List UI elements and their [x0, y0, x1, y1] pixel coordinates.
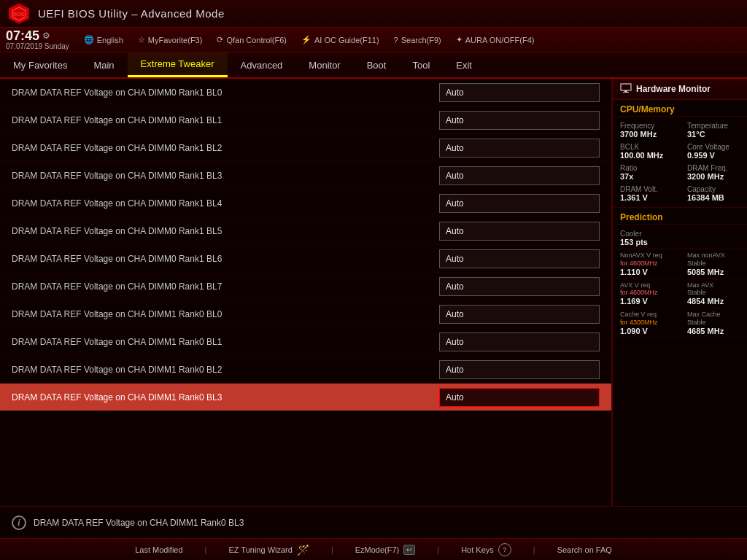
hardware-monitor-panel: Hardware Monitor CPU/Memory Frequency 37… — [612, 79, 747, 506]
setting-value[interactable]: Auto — [439, 166, 600, 185]
nav-advanced[interactable]: Advanced — [228, 52, 296, 77]
nav-monitor[interactable]: Monitor — [295, 52, 353, 77]
svg-rect-2 — [621, 84, 631, 90]
search-icon: ? — [394, 36, 398, 44]
nav-tool[interactable]: Tool — [399, 52, 443, 77]
info-icon: i — [12, 516, 26, 530]
cooler-row: Cooler 153 pts — [613, 228, 747, 249]
setting-row[interactable]: DRAM DATA REF Voltage on CHA DIMM0 Rank1… — [0, 190, 611, 217]
footer-sep-1: | — [205, 545, 207, 554]
nav-boot[interactable]: Boot — [354, 52, 400, 77]
toolbar-aioc[interactable]: ⚡ AI OC Guide(F11) — [295, 32, 385, 47]
setting-value[interactable]: Auto — [439, 249, 600, 268]
nonavx-row: NonAVX V req for 4600MHz 1.110 V Max non… — [613, 249, 747, 279]
myfavorite-label: MyFavorite(F3) — [148, 36, 203, 44]
last-modified-label: Last Modified — [135, 545, 182, 554]
footer-ez-mode[interactable]: EzMode(F7) ↩ — [355, 545, 416, 555]
setting-label: DRAM DATA REF Voltage on CHA DIMM0 Rank1… — [12, 143, 439, 153]
description-text: DRAM DATA REF Voltage on CHA DIMM1 Rank0… — [34, 518, 244, 528]
nav-main[interactable]: Main — [80, 52, 127, 77]
setting-value[interactable]: Auto — [439, 139, 600, 158]
cache-req-cell: Cache V req for 4300MHz 1.090 V — [613, 308, 680, 338]
toolbar-time: 07:45 — [6, 29, 39, 42]
nav-extreme-tweaker[interactable]: Extreme Tweaker — [128, 52, 228, 77]
core-voltage-cell: Core Voltage 0.959 V — [680, 141, 747, 162]
setting-value[interactable]: Auto — [439, 360, 600, 379]
header-title: UEFI BIOS Utility – Advanced Mode — [38, 7, 225, 20]
setting-row[interactable]: DRAM DATA REF Voltage on CHA DIMM0 Rank1… — [0, 106, 611, 134]
toolbar-myfavorite[interactable]: ☆ MyFavorite(F3) — [132, 32, 209, 47]
header: ROG UEFI BIOS Utility – Advanced Mode — [0, 0, 747, 28]
setting-row[interactable]: DRAM DATA REF Voltage on CHA DIMM0 Rank1… — [0, 217, 611, 245]
footer-search-faq[interactable]: Search on FAQ — [557, 545, 612, 554]
temperature-cell: Temperature 31°C — [680, 120, 747, 141]
setting-value[interactable]: Auto — [439, 388, 600, 407]
setting-value[interactable]: Auto — [439, 194, 600, 213]
wand-icon: 🪄 — [297, 544, 309, 556]
setting-label: DRAM DATA REF Voltage on CHA DIMM0 Rank1… — [12, 281, 439, 292]
footer: Last Modified | EZ Tuning Wizard 🪄 | EzM… — [0, 538, 747, 560]
setting-value[interactable]: Auto — [439, 111, 600, 130]
toolbar-qfan[interactable]: ⟳ Qfan Control(F6) — [211, 32, 293, 47]
setting-row[interactable]: DRAM DATA REF Voltage on CHA DIMM0 Rank1… — [0, 134, 611, 162]
setting-label: DRAM DATA REF Voltage on CHA DIMM0 Rank1… — [12, 254, 439, 264]
setting-row[interactable]: DRAM DATA REF Voltage on CHA DIMM0 Rank1… — [0, 245, 611, 273]
bclk-cell: BCLK 100.00 MHz — [613, 141, 680, 162]
setting-row[interactable]: DRAM DATA REF Voltage on CHA DIMM0 Rank1… — [0, 79, 611, 106]
ez-mode-label: EzMode(F7) — [355, 545, 400, 554]
hw-monitor-title: Hardware Monitor — [613, 79, 747, 100]
capacity-cell: Capacity 16384 MB — [680, 183, 747, 204]
setting-value[interactable]: Auto — [439, 222, 600, 241]
setting-row[interactable]: DRAM DATA REF Voltage on CHA DIMM1 Rank0… — [0, 328, 611, 356]
setting-row[interactable]: DRAM DATA REF Voltage on CHA DIMM1 Rank0… — [0, 356, 611, 384]
setting-value[interactable]: Auto — [439, 83, 600, 102]
dram-freq-cell: DRAM Freq. 3200 MHz — [680, 162, 747, 183]
setting-value[interactable]: Auto — [439, 305, 600, 324]
setting-label: DRAM DATA REF Voltage on CHA DIMM0 Rank1… — [12, 88, 439, 98]
nonavx-max-cell: Max nonAVX Stable 5085 MHz — [680, 249, 747, 279]
footer-sep-2: | — [331, 545, 333, 554]
favorite-icon: ☆ — [138, 35, 145, 44]
setting-label: DRAM DATA REF Voltage on CHA DIMM1 Rank0… — [12, 392, 439, 402]
footer-last-modified[interactable]: Last Modified — [135, 545, 182, 554]
footer-ez-tuning[interactable]: EZ Tuning Wizard 🪄 — [228, 544, 309, 556]
frequency-cell: Frequency 3700 MHz — [613, 120, 680, 141]
toolbar-language[interactable]: 🌐 English — [78, 32, 129, 47]
nav-exit[interactable]: Exit — [443, 52, 485, 77]
cache-max-cell: Max Cache Stable 4685 MHz — [680, 308, 747, 338]
nav-bar: My Favorites Main Extreme Tweaker Advanc… — [0, 52, 747, 79]
aioc-label: AI OC Guide(F11) — [314, 36, 379, 44]
setting-row[interactable]: DRAM DATA REF Voltage on CHA DIMM0 Rank1… — [0, 273, 611, 300]
logo: ROG — [9, 4, 29, 24]
prediction-section-title: Prediction — [613, 208, 747, 225]
hot-keys-label: Hot Keys — [461, 545, 494, 554]
settings-gear-icon[interactable]: ⚙ — [42, 31, 50, 41]
setting-row[interactable]: DRAM DATA REF Voltage on CHA DIMM0 Rank1… — [0, 162, 611, 190]
setting-row-selected[interactable]: DRAM DATA REF Voltage on CHA DIMM1 Rank0… — [0, 384, 611, 411]
search-label: Search(F9) — [401, 36, 441, 44]
setting-value[interactable]: Auto — [439, 277, 600, 296]
setting-label: DRAM DATA REF Voltage on CHA DIMM0 Rank1… — [12, 115, 439, 125]
fan-icon: ⟳ — [217, 35, 223, 44]
toolbar-datetime: 07:45 ⚙ 07:07/2019 Sunday — [6, 29, 69, 50]
toolbar-aura[interactable]: ✦ AURA ON/OFF(F4) — [450, 32, 541, 47]
globe-icon: 🌐 — [84, 35, 94, 44]
hotkeys-icon: ? — [498, 543, 511, 556]
toolbar-search[interactable]: ? Search(F9) — [388, 33, 447, 47]
nav-my-favorites[interactable]: My Favorites — [0, 52, 80, 77]
cpu-memory-section: CPU/Memory — [613, 100, 747, 117]
prediction-section: Cooler 153 pts NonAVX V req for 4600MHz … — [613, 225, 747, 341]
toolbar: 07:45 ⚙ 07:07/2019 Sunday 🌐 English ☆ My… — [0, 28, 747, 52]
monitor-grid-1: Frequency 3700 MHz Temperature 31°C BCLK… — [613, 117, 747, 208]
nonavx-req-cell: NonAVX V req for 4600MHz 1.110 V — [613, 249, 680, 279]
description-bar: i DRAM DATA REF Voltage on CHA DIMM1 Ran… — [0, 506, 747, 538]
setting-label: DRAM DATA REF Voltage on CHA DIMM0 Rank1… — [12, 171, 439, 181]
dram-volt-cell: DRAM Volt. 1.361 V — [613, 183, 680, 204]
settings-panel: DRAM DATA REF Voltage on CHA DIMM0 Rank1… — [0, 79, 612, 506]
aura-label: AURA ON/OFF(F4) — [465, 36, 535, 44]
setting-value[interactable]: Auto — [439, 332, 600, 351]
svg-rect-3 — [624, 90, 627, 92]
setting-label: DRAM DATA REF Voltage on CHA DIMM0 Rank1… — [12, 226, 439, 236]
footer-hot-keys[interactable]: Hot Keys ? — [461, 543, 511, 556]
setting-row[interactable]: DRAM DATA REF Voltage on CHA DIMM1 Rank0… — [0, 300, 611, 328]
